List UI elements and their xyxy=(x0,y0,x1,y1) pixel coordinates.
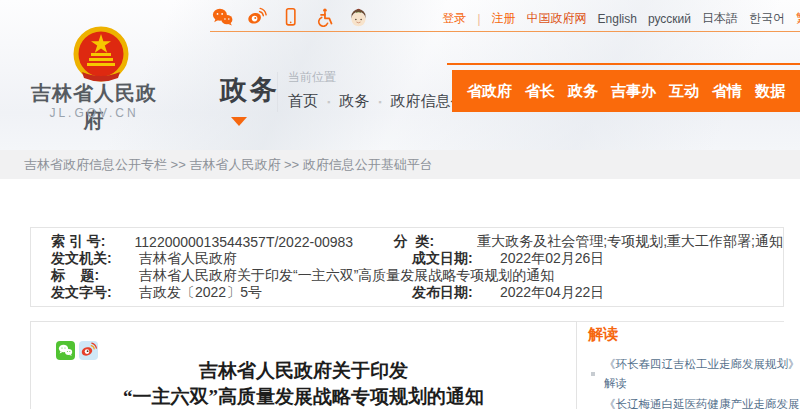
nav-item-zhengwu[interactable]: 政务 xyxy=(568,82,598,101)
mobile-icon[interactable] xyxy=(280,7,301,27)
meta-label-doc-number: 发文字号: xyxy=(51,284,139,302)
weibo-icon[interactable] xyxy=(246,7,267,27)
accessibility-icon[interactable] xyxy=(314,7,335,27)
sidebar-link-text: 《环长春四辽吉松工业走廊发展规划》解读 xyxy=(604,358,800,389)
section-dropdown-arrow[interactable] xyxy=(231,117,247,126)
meta-value-doc-number: 吉政发〔2022〕5号 xyxy=(139,284,412,302)
meta-value-issuer: 吉林省人民政府 xyxy=(139,250,412,268)
nav-item-provincial-gov[interactable]: 省政府 xyxy=(467,82,512,101)
site-header: 吉林省人民政府 JL.GOV.CN xyxy=(0,0,800,150)
meta-row-title: 标 题: 吉林省人民政府关于印发“一主六双”高质量发展战略专项规划的通知 xyxy=(31,267,783,284)
section-label: 政务 xyxy=(220,72,280,108)
breadcrumb-zhengwu[interactable]: 政务 xyxy=(339,92,369,111)
nav-item-interact[interactable]: 互动 xyxy=(669,82,699,101)
document-title-line2: “一主六双”高质量发展战略专项规划的通知 xyxy=(31,384,576,409)
meta-label-title: 标 题: xyxy=(51,267,139,285)
lang-russian-link[interactable]: русский xyxy=(648,12,691,26)
meta-label-publish-date: 发布日期: xyxy=(412,284,500,302)
wechat-icon[interactable] xyxy=(212,7,233,27)
login-link[interactable]: 登录 xyxy=(442,10,466,27)
register-link[interactable]: 注册 xyxy=(492,10,516,27)
lang-korean-link[interactable]: 한국어 xyxy=(749,10,785,27)
nav-item-province-info[interactable]: 省情 xyxy=(712,82,742,101)
nav-item-data[interactable]: 数据 xyxy=(755,82,785,101)
sidebar-link-item[interactable]: 《环长春四辽吉松工业走廊发展规划》解读 xyxy=(588,355,800,393)
document-title: 吉林省人民政府关于印发 “一主六双”高质量发展战略专项规划的通知 xyxy=(31,358,576,409)
meta-label-written-date: 成文日期: xyxy=(412,250,500,268)
breadcrumb-separator: ▪ xyxy=(378,97,381,107)
lang-traditional-link[interactable]: 繁 xyxy=(796,10,800,27)
header-links: 登录 | 注册 中国政府网 English русский 日本語 한국어 繁 xyxy=(442,10,800,27)
document-meta-table: 索 引 号: 11220000013544357T/2022-00983 分 类… xyxy=(30,227,784,307)
article-box: 吉林省人民政府关于印发 “一主六双”高质量发展战略专项规划的通知 xyxy=(30,321,577,409)
lang-english-link[interactable]: English xyxy=(598,12,637,26)
platform-breadcrumb-bar: 吉林省政府信息公开专栏 >> 吉林省人民政府 >> 政府信息公开基础平台 xyxy=(0,150,800,179)
site-domain: JL.GOV.CN xyxy=(24,106,164,120)
meta-value-publish-date: 2022年04月22日 xyxy=(500,284,783,302)
sidebar-heading: 解读 xyxy=(588,325,800,344)
breadcrumb-separator: ▪ xyxy=(327,97,330,107)
list-bullet xyxy=(591,372,595,376)
meta-value-written-date: 2022年02月26日 xyxy=(500,250,783,268)
header-divider-line xyxy=(210,31,800,32)
header-icon-bar xyxy=(212,7,369,27)
gov-cn-link[interactable]: 中国政府网 xyxy=(527,10,587,27)
meta-row-index: 索 引 号: 11220000013544357T/2022-00983 分 类… xyxy=(31,233,783,250)
nav-top-line xyxy=(447,63,800,65)
meta-value-index: 11220000013544357T/2022-00983 xyxy=(135,234,394,250)
nav-item-jishiban[interactable]: 吉事办 xyxy=(611,82,656,101)
elderly-mode-icon[interactable] xyxy=(348,7,369,27)
meta-label-category: 分 类: xyxy=(394,233,478,251)
header-vertical-divider xyxy=(277,72,278,112)
meta-value-category: 重大政务及社会管理;专项规划;重大工作部署;通知 xyxy=(477,233,783,251)
lang-japanese-link[interactable]: 日本語 xyxy=(702,10,738,27)
meta-row-issuer: 发文机关: 吉林省人民政府 成文日期: 2022年02月26日 xyxy=(31,250,783,267)
interpretation-sidebar: 解读 《环长春四辽吉松工业走廊发展规划》解读 《长辽梅通白延医药健康产业走廊发展 xyxy=(588,325,800,409)
page: 吉林省人民政府 JL.GOV.CN xyxy=(0,0,800,409)
breadcrumb-home[interactable]: 首页 xyxy=(288,92,318,111)
meta-row-doc-number: 发文字号: 吉政发〔2022〕5号 发布日期: 2022年04月22日 xyxy=(31,284,783,301)
meta-label-issuer: 发文机关: xyxy=(51,250,139,268)
document-title-line1: 吉林省人民政府关于印发 xyxy=(31,358,576,384)
link-separator: | xyxy=(477,11,480,26)
sidebar-list: 《环长春四辽吉松工业走廊发展规划》解读 《长辽梅通白延医药健康产业走廊发展 xyxy=(588,355,800,409)
sidebar-link-text: 《长辽梅通白延医药健康产业走廊发展 xyxy=(604,398,800,409)
current-location-label: 当前位置 xyxy=(288,69,336,86)
main-nav: 省政府 省长 政务 吉事办 互动 省情 数据 xyxy=(452,70,800,112)
meta-label-index: 索 引 号: xyxy=(51,233,135,251)
nav-item-governor[interactable]: 省长 xyxy=(525,82,555,101)
sidebar-link-item[interactable]: 《长辽梅通白延医药健康产业走廊发展 xyxy=(588,395,800,409)
national-emblem-logo xyxy=(68,26,134,82)
meta-value-title: 吉林省人民政府关于印发“一主六双”高质量发展战略专项规划的通知 xyxy=(139,267,783,285)
